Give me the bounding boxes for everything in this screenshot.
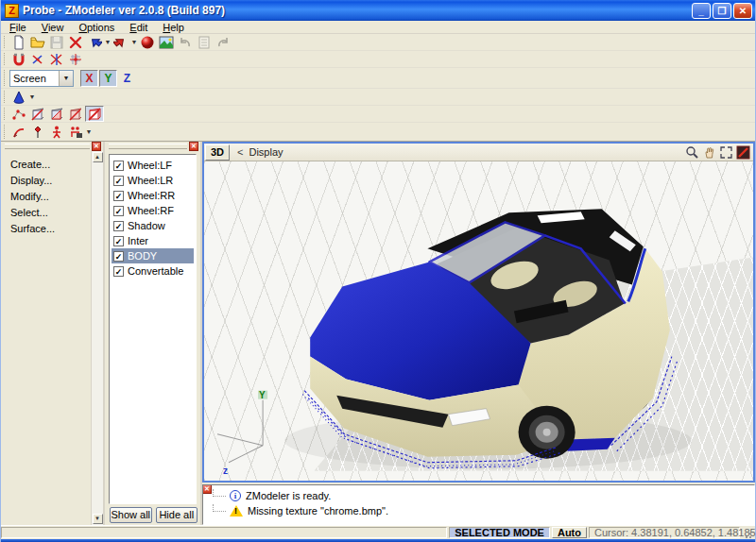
grid-snap-button[interactable] <box>66 51 85 67</box>
edge-snap-button[interactable] <box>47 51 66 67</box>
delete-button[interactable] <box>66 34 85 50</box>
close-button[interactable]: ✕ <box>733 3 752 19</box>
menu-options[interactable]: Options <box>72 22 121 33</box>
object-row-convertable[interactable]: ✓ Convertable <box>112 263 194 279</box>
command-modify[interactable]: Modify... <box>10 191 91 207</box>
objects-panel-header[interactable]: ✕ <box>105 142 200 151</box>
object-row-body[interactable]: ✓ BODY <box>112 248 194 263</box>
undo-button[interactable] <box>176 34 195 50</box>
material-editor-button[interactable] <box>138 34 157 50</box>
axis-y-button[interactable]: Y <box>99 70 117 87</box>
level-edges-button[interactable] <box>28 106 47 122</box>
object-row-shadow[interactable]: ✓ Shadow <box>112 218 194 233</box>
resize-grip[interactable] <box>742 527 753 538</box>
command-display[interactable]: Display... <box>10 175 91 191</box>
export-button[interactable] <box>112 34 130 50</box>
checkbox-checked-icon[interactable]: ✓ <box>113 161 124 171</box>
magnet-snap-button[interactable] <box>9 51 28 67</box>
commands-scrollbar[interactable]: ▲ ▼ <box>91 151 103 525</box>
command-select[interactable]: Select... <box>10 207 91 223</box>
combo-dropdown-icon[interactable]: ▼ <box>59 71 73 86</box>
object-row-inter[interactable]: ✓ Inter <box>112 233 194 248</box>
viewport-tab-3d[interactable]: 3D <box>205 144 230 161</box>
level-polygons-button[interactable] <box>66 106 85 122</box>
checkbox-checked-icon[interactable]: ✓ <box>113 266 124 277</box>
scroll-up-icon[interactable]: ▲ <box>93 152 103 162</box>
restore-button[interactable]: ❐ <box>713 3 731 19</box>
cone-primitive-button[interactable] <box>9 89 28 105</box>
commands-close-icon[interactable]: ✕ <box>92 142 101 151</box>
checkbox-checked-icon[interactable]: ✓ <box>113 221 124 231</box>
axis-y-label: Y <box>259 390 266 400</box>
toolbar-grip[interactable] <box>4 108 7 121</box>
toolbar-grip[interactable] <box>4 36 7 49</box>
tool-figure-button[interactable] <box>47 124 66 140</box>
maximize-view-button[interactable] <box>718 144 734 161</box>
primitive-dropdown-caret[interactable]: ▼ <box>28 93 36 100</box>
new-file-button[interactable] <box>9 34 28 50</box>
object-row-wheel-rf[interactable]: ✓ Wheel:RF <box>112 203 194 218</box>
object-row-wheel-rr[interactable]: ✓ Wheel:RR <box>112 188 194 203</box>
toolbar-grip[interactable] <box>4 125 7 139</box>
auto-toggle-button[interactable]: Auto <box>552 527 587 538</box>
checkbox-checked-icon[interactable]: ✓ <box>113 191 124 201</box>
import-dropdown-caret[interactable]: ▼ <box>104 39 112 45</box>
status-mode-badge: SELECTED MODE <box>449 527 550 538</box>
log-text: Missing texture "chrome.bmp". <box>248 505 388 517</box>
export-dropdown-caret[interactable]: ▼ <box>130 39 138 45</box>
open-file-button[interactable] <box>28 34 47 50</box>
car-model[interactable]: Y z <box>204 161 753 481</box>
menu-view[interactable]: View <box>35 22 71 33</box>
pan-view-button[interactable] <box>701 144 717 161</box>
save-file-button[interactable] <box>47 34 66 50</box>
menu-edit[interactable]: Edit <box>123 22 154 33</box>
checkbox-checked-icon[interactable]: ✓ <box>113 206 124 216</box>
redo-button[interactable] <box>214 34 232 50</box>
panel-gripper[interactable] <box>109 144 187 149</box>
figure-tool-icon <box>49 125 64 140</box>
zoom-view-button[interactable] <box>684 144 700 161</box>
command-surface[interactable]: Surface... <box>10 223 91 239</box>
axis-z-button[interactable]: Z <box>118 70 136 87</box>
level-objects-button[interactable] <box>85 106 104 122</box>
object-row-wheel-lf[interactable]: ✓ Wheel:LF <box>112 158 194 173</box>
toolbar-grip[interactable] <box>4 70 7 86</box>
vertex-snap-button[interactable] <box>28 51 47 67</box>
checkbox-checked-icon[interactable]: ✓ <box>113 251 124 262</box>
space-combo[interactable]: Screen ▼ <box>9 70 74 87</box>
import-button[interactable] <box>85 34 104 50</box>
log-list-button[interactable] <box>195 34 214 50</box>
commands-panel-header[interactable]: ✕ <box>1 142 103 151</box>
hide-all-button[interactable]: Hide all <box>156 507 198 523</box>
object-label: Shadow <box>128 220 165 231</box>
import-arrow-icon <box>87 35 102 50</box>
viewport-canvas[interactable]: Y z <box>204 161 753 481</box>
scroll-down-icon[interactable]: ▼ <box>93 514 103 524</box>
tool-group-button[interactable] <box>66 124 85 140</box>
minimize-button[interactable]: _ <box>692 3 711 19</box>
objects-close-icon[interactable]: ✕ <box>189 142 198 151</box>
log-close-icon[interactable]: ✕ <box>202 484 212 494</box>
viewport-breadcrumb[interactable]: <Display <box>237 146 284 158</box>
menu-file[interactable]: File <box>3 22 33 33</box>
texture-browser-button[interactable] <box>157 34 176 50</box>
render-mode-icon <box>736 145 750 160</box>
tool-bend-button[interactable] <box>9 124 28 140</box>
level-vertices-button[interactable] <box>9 106 28 122</box>
view-mode-button[interactable] <box>735 144 751 161</box>
toolbar-grip[interactable] <box>4 91 7 104</box>
panel-gripper[interactable] <box>5 144 90 149</box>
command-create[interactable]: Create... <box>10 159 91 175</box>
tool-pin-button[interactable] <box>28 124 47 140</box>
undo-icon <box>178 35 193 50</box>
checkbox-checked-icon[interactable]: ✓ <box>113 236 124 246</box>
show-all-button[interactable]: Show all <box>110 507 152 523</box>
back-chevron-icon[interactable]: < <box>237 146 243 158</box>
modify-dropdown-caret[interactable]: ▼ <box>85 128 93 135</box>
checkbox-checked-icon[interactable]: ✓ <box>113 176 124 186</box>
object-row-wheel-lr[interactable]: ✓ Wheel:LR <box>112 173 194 188</box>
toolbar-grip[interactable] <box>4 53 7 66</box>
menu-help[interactable]: Help <box>156 22 191 33</box>
level-faces-button[interactable] <box>47 106 66 122</box>
axis-x-button[interactable]: X <box>80 70 98 87</box>
